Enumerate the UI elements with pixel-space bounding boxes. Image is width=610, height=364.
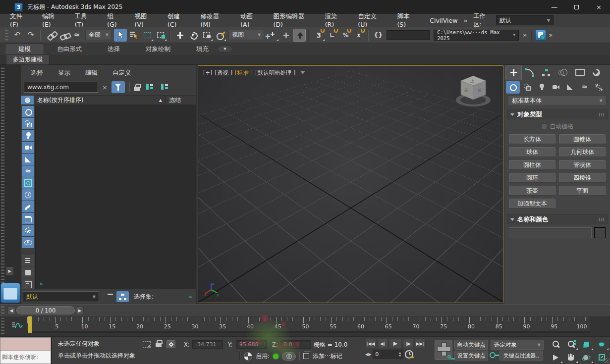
new-key-icon[interactable] — [490, 352, 496, 358]
select-object-button[interactable] — [114, 29, 127, 42]
ribbon-tab-2[interactable]: 选择 — [95, 44, 133, 55]
snaps-toggle-3d-button[interactable]: 3 — [312, 29, 325, 42]
display-particles-icon[interactable] — [22, 225, 34, 236]
menu-item-6[interactable]: 修改器(M) — [194, 12, 234, 28]
previous-key-button[interactable]: ◀| — [377, 339, 388, 348]
display-hidden-eye-icon[interactable] — [22, 237, 34, 248]
display-helpers-icon[interactable] — [22, 154, 34, 165]
ribbon-panel-polymodeling[interactable]: 多边形建模 — [6, 54, 50, 65]
zoom-button[interactable] — [548, 338, 563, 351]
selection-filter-dropdown[interactable]: 全部 ▼ — [85, 30, 112, 40]
category-geometry[interactable] — [506, 81, 520, 94]
ribbon-tab-1[interactable]: 自由形式 — [44, 44, 95, 55]
maxscript-mini-listener[interactable]: 脚本迷你侦听: — [0, 337, 52, 364]
key-filters-button[interactable]: 关键点过滤器.. — [499, 351, 543, 361]
category-spacewarps[interactable]: ≈ — [578, 81, 592, 94]
tab-utilities[interactable] — [587, 65, 604, 80]
objbtn-10[interactable]: 加强型文本 — [509, 199, 555, 208]
select-and-manipulate-button[interactable] — [279, 29, 292, 42]
display-geometry-icon[interactable] — [22, 106, 34, 117]
next-key-button[interactable]: |▶ — [403, 339, 414, 348]
x-coord-field[interactable]: -34.731 — [192, 340, 223, 349]
toolbar-overflow-chevron[interactable]: » — [523, 31, 527, 39]
expand-tree-icon[interactable] — [146, 84, 154, 91]
layers-icon[interactable] — [107, 293, 114, 300]
ribbon-tab-4[interactable]: 填充 — [183, 44, 222, 55]
display-xrefs-icon[interactable] — [22, 189, 34, 201]
objbtn-9[interactable]: 平面 — [559, 186, 606, 196]
zoom-extents-all-button[interactable] — [594, 338, 609, 351]
menu-item-3[interactable]: 组(G) — [101, 12, 128, 28]
rollout-object-type[interactable]: 对象类型 — [507, 109, 608, 119]
add-time-marker[interactable]: 添加···标记 — [313, 352, 342, 361]
menu-item-2[interactable]: 工具(T) — [69, 12, 101, 28]
objbtn-2[interactable]: 球体 — [509, 147, 555, 157]
redo-button[interactable]: ↷ — [24, 29, 37, 42]
spinner-snap-toggle-button[interactable] — [352, 29, 365, 42]
edit-named-selection-sets-button[interactable]: {} — [372, 29, 385, 42]
bind-to-space-warp-icon[interactable]: ≈ — [70, 29, 83, 42]
cube-icon[interactable] — [303, 353, 309, 359]
reference-coordinate-dropdown[interactable]: 视图 ▼ — [228, 30, 264, 40]
per-view-filter-icon[interactable] — [300, 71, 305, 77]
set-keys-button[interactable] — [435, 340, 452, 360]
objbtn-3[interactable]: 几何球体 — [559, 147, 606, 157]
track-bar-drag-handle[interactable] — [1, 318, 4, 334]
menu-item-0[interactable]: 文件(F) — [4, 12, 36, 28]
key-selection-dropdown[interactable]: 选定对象 ▼ — [491, 340, 544, 350]
timeline-ruler[interactable]: 0510152025303540455055606570758085909510… — [27, 317, 590, 333]
render-quality-icon[interactable] — [244, 352, 252, 361]
viewport-layout-tab-button[interactable] — [0, 283, 20, 303]
dock-drag-handle[interactable] — [1, 67, 4, 300]
explorer-object-list[interactable]: » — [35, 105, 196, 289]
y-coord-field[interactable]: 95.688 — [236, 340, 267, 349]
footer-overflow-chevron[interactable]: » — [189, 294, 192, 300]
explorer-collapse-chevron[interactable]: » — [40, 281, 43, 287]
filter-button[interactable] — [111, 81, 125, 93]
column-name-header[interactable]: 名称(按升序排序) ▲ — [34, 96, 166, 104]
explorer-menu-2[interactable]: 编辑 — [85, 69, 98, 77]
menu-item-9[interactable]: 渲染(R) — [319, 12, 352, 28]
viewport-pov-menu[interactable]: [透视 ] — [215, 69, 233, 77]
unlink-selection-icon[interactable] — [57, 29, 70, 42]
category-cameras[interactable] — [549, 81, 563, 94]
expand-strip-button[interactable]: ▶ — [6, 267, 13, 275]
select-and-move-button[interactable] — [173, 29, 186, 42]
tab-motion[interactable] — [555, 65, 571, 80]
select-and-rotate-button[interactable] — [187, 29, 200, 42]
object-color-swatch[interactable] — [594, 227, 606, 238]
category-shapes[interactable] — [520, 81, 534, 94]
display-lights-icon[interactable] — [22, 130, 34, 141]
set-key-button[interactable]: 设置关键点 — [454, 351, 488, 361]
object-name-input[interactable] — [509, 227, 592, 238]
display-cameras-icon[interactable] — [22, 142, 34, 153]
viewport-general-menu[interactable]: [+] — [203, 69, 213, 76]
workspace-dropdown[interactable]: 默认 ▼ — [496, 15, 554, 25]
zoom-all-button[interactable] — [563, 338, 578, 351]
project-folder-dropdown[interactable]: C:\Users\ww···ds Max 2025 ▼ — [434, 30, 519, 41]
display-spacewarps-icon[interactable]: ≈ — [22, 165, 34, 177]
z-coord-field[interactable]: 0.0 — [280, 340, 311, 349]
menu-item-7[interactable]: 动画(A) — [234, 12, 267, 28]
time-configuration-button[interactable] — [405, 350, 413, 359]
objbtn-4[interactable]: 圆柱体 — [509, 160, 555, 170]
display-groups-icon[interactable] — [22, 177, 34, 189]
play-button[interactable]: ▶ — [389, 339, 402, 348]
orbit-button[interactable] — [579, 351, 594, 364]
keyboard-shortcut-override-button[interactable] — [293, 29, 306, 42]
explorer-search-input[interactable] — [24, 82, 98, 93]
objbtn-0[interactable]: 长方体 — [509, 134, 555, 144]
column-display-toggle[interactable] — [21, 96, 34, 104]
menu-overflow-chevron[interactable]: » — [463, 17, 467, 24]
close-button[interactable]: × — [588, 0, 610, 14]
key-mode-toggle[interactable]: ◀▶ — [365, 352, 371, 357]
category-helpers[interactable] — [563, 81, 577, 94]
lock-icon[interactable] — [134, 87, 140, 91]
autogrid-checkbox[interactable] — [541, 123, 547, 129]
ribbon-tab-0[interactable]: 建模 — [5, 43, 44, 55]
previous-frame-button[interactable]: ◀ — [7, 306, 15, 315]
save-file-button[interactable] — [535, 30, 546, 41]
absolute-mode-icon[interactable] — [166, 340, 175, 348]
rollout-name-color[interactable]: 名称和颜色 — [507, 214, 608, 224]
go-to-start-button[interactable]: |◀◀ — [365, 339, 376, 348]
